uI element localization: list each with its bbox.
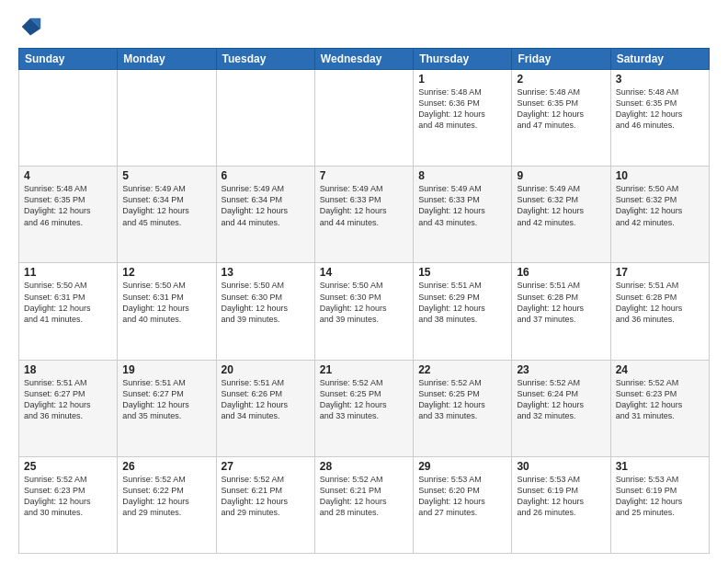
calendar-table: SundayMondayTuesdayWednesdayThursdayFrid…: [18, 48, 710, 554]
day-cell-12: 12Sunrise: 5:50 AM Sunset: 6:31 PM Dayli…: [118, 263, 216, 360]
day-info: Sunrise: 5:48 AM Sunset: 6:35 PM Dayligh…: [24, 183, 112, 228]
day-info: Sunrise: 5:52 AM Sunset: 6:21 PM Dayligh…: [222, 474, 310, 519]
day-info: Sunrise: 5:52 AM Sunset: 6:21 PM Dayligh…: [320, 474, 408, 519]
day-number: 13: [222, 266, 310, 279]
day-cell-8: 8Sunrise: 5:49 AM Sunset: 6:33 PM Daylig…: [414, 167, 512, 263]
day-cell-26: 26Sunrise: 5:52 AM Sunset: 6:22 PM Dayli…: [118, 456, 216, 553]
day-number: 15: [418, 266, 506, 279]
day-number: 1: [418, 73, 506, 86]
weekday-header-tuesday: Tuesday: [216, 49, 314, 70]
day-number: 26: [122, 460, 210, 473]
day-number: 23: [517, 363, 605, 376]
day-cell-29: 29Sunrise: 5:53 AM Sunset: 6:20 PM Dayli…: [414, 456, 512, 553]
day-cell-15: 15Sunrise: 5:51 AM Sunset: 6:29 PM Dayli…: [414, 263, 512, 360]
day-cell-23: 23Sunrise: 5:52 AM Sunset: 6:24 PM Dayli…: [512, 360, 610, 456]
day-cell-24: 24Sunrise: 5:52 AM Sunset: 6:23 PM Dayli…: [610, 360, 709, 456]
day-info: Sunrise: 5:51 AM Sunset: 6:28 PM Dayligh…: [616, 280, 704, 325]
week-row-2: 4Sunrise: 5:48 AM Sunset: 6:35 PM Daylig…: [19, 167, 710, 263]
day-number: 19: [122, 363, 210, 376]
day-cell-25: 25Sunrise: 5:52 AM Sunset: 6:23 PM Dayli…: [19, 456, 118, 553]
day-number: 10: [616, 169, 704, 182]
empty-cell: [216, 70, 314, 167]
day-info: Sunrise: 5:50 AM Sunset: 6:30 PM Dayligh…: [320, 280, 408, 325]
day-cell-28: 28Sunrise: 5:52 AM Sunset: 6:21 PM Dayli…: [314, 456, 413, 553]
day-info: Sunrise: 5:49 AM Sunset: 6:34 PM Dayligh…: [122, 183, 210, 228]
day-number: 31: [616, 460, 704, 473]
day-number: 14: [320, 266, 408, 279]
day-info: Sunrise: 5:53 AM Sunset: 6:19 PM Dayligh…: [517, 474, 605, 519]
day-cell-17: 17Sunrise: 5:51 AM Sunset: 6:28 PM Dayli…: [610, 263, 709, 360]
day-number: 17: [616, 266, 704, 279]
weekday-header-saturday: Saturday: [610, 49, 709, 70]
day-info: Sunrise: 5:49 AM Sunset: 6:33 PM Dayligh…: [320, 183, 408, 228]
day-cell-9: 9Sunrise: 5:49 AM Sunset: 6:32 PM Daylig…: [512, 167, 610, 263]
day-info: Sunrise: 5:49 AM Sunset: 6:34 PM Dayligh…: [222, 183, 310, 228]
week-row-4: 18Sunrise: 5:51 AM Sunset: 6:27 PM Dayli…: [19, 360, 710, 456]
day-info: Sunrise: 5:51 AM Sunset: 6:27 PM Dayligh…: [24, 377, 112, 422]
logo-icon: [18, 15, 44, 40]
day-number: 28: [320, 460, 408, 473]
day-cell-10: 10Sunrise: 5:50 AM Sunset: 6:32 PM Dayli…: [610, 167, 709, 263]
weekday-header-monday: Monday: [118, 49, 216, 70]
day-info: Sunrise: 5:52 AM Sunset: 6:23 PM Dayligh…: [24, 474, 112, 519]
weekday-header-sunday: Sunday: [19, 49, 118, 70]
day-info: Sunrise: 5:50 AM Sunset: 6:32 PM Dayligh…: [616, 183, 704, 228]
day-cell-14: 14Sunrise: 5:50 AM Sunset: 6:30 PM Dayli…: [314, 263, 413, 360]
day-cell-2: 2Sunrise: 5:48 AM Sunset: 6:35 PM Daylig…: [512, 70, 610, 167]
day-cell-19: 19Sunrise: 5:51 AM Sunset: 6:27 PM Dayli…: [118, 360, 216, 456]
day-cell-13: 13Sunrise: 5:50 AM Sunset: 6:30 PM Dayli…: [216, 263, 314, 360]
weekday-header-thursday: Thursday: [414, 49, 512, 70]
day-number: 6: [222, 169, 310, 182]
day-info: Sunrise: 5:52 AM Sunset: 6:25 PM Dayligh…: [418, 377, 506, 422]
day-number: 16: [517, 266, 605, 279]
day-cell-5: 5Sunrise: 5:49 AM Sunset: 6:34 PM Daylig…: [118, 167, 216, 263]
day-info: Sunrise: 5:52 AM Sunset: 6:25 PM Dayligh…: [320, 377, 408, 422]
day-info: Sunrise: 5:53 AM Sunset: 6:19 PM Dayligh…: [616, 474, 704, 519]
day-info: Sunrise: 5:51 AM Sunset: 6:28 PM Dayligh…: [517, 280, 605, 325]
day-number: 8: [418, 169, 506, 182]
empty-cell: [19, 70, 118, 167]
day-info: Sunrise: 5:48 AM Sunset: 6:35 PM Dayligh…: [616, 86, 704, 132]
day-info: Sunrise: 5:53 AM Sunset: 6:20 PM Dayligh…: [418, 474, 506, 519]
day-number: 9: [517, 169, 605, 182]
weekday-header-friday: Friday: [512, 49, 610, 70]
day-info: Sunrise: 5:51 AM Sunset: 6:29 PM Dayligh…: [418, 280, 506, 325]
day-info: Sunrise: 5:51 AM Sunset: 6:27 PM Dayligh…: [122, 377, 210, 422]
day-cell-1: 1Sunrise: 5:48 AM Sunset: 6:36 PM Daylig…: [414, 70, 512, 167]
day-number: 27: [222, 460, 310, 473]
day-cell-18: 18Sunrise: 5:51 AM Sunset: 6:27 PM Dayli…: [19, 360, 118, 456]
calendar-page: SundayMondayTuesdayWednesdayThursdayFrid…: [0, 0, 728, 563]
day-cell-4: 4Sunrise: 5:48 AM Sunset: 6:35 PM Daylig…: [19, 167, 118, 263]
day-number: 25: [24, 460, 112, 473]
header: [18, 15, 710, 40]
day-number: 29: [418, 460, 506, 473]
day-number: 11: [24, 266, 112, 279]
day-cell-3: 3Sunrise: 5:48 AM Sunset: 6:35 PM Daylig…: [610, 70, 709, 167]
day-cell-6: 6Sunrise: 5:49 AM Sunset: 6:34 PM Daylig…: [216, 167, 314, 263]
day-number: 20: [222, 363, 310, 376]
day-number: 24: [616, 363, 704, 376]
day-number: 18: [24, 363, 112, 376]
day-cell-30: 30Sunrise: 5:53 AM Sunset: 6:19 PM Dayli…: [512, 456, 610, 553]
day-info: Sunrise: 5:52 AM Sunset: 6:23 PM Dayligh…: [616, 377, 704, 422]
day-info: Sunrise: 5:48 AM Sunset: 6:35 PM Dayligh…: [517, 86, 605, 132]
day-info: Sunrise: 5:48 AM Sunset: 6:36 PM Dayligh…: [418, 86, 506, 132]
weekday-header-wednesday: Wednesday: [314, 49, 413, 70]
day-cell-7: 7Sunrise: 5:49 AM Sunset: 6:33 PM Daylig…: [314, 167, 413, 263]
week-row-5: 25Sunrise: 5:52 AM Sunset: 6:23 PM Dayli…: [19, 456, 710, 553]
day-number: 12: [122, 266, 210, 279]
day-info: Sunrise: 5:49 AM Sunset: 6:33 PM Dayligh…: [418, 183, 506, 228]
day-cell-22: 22Sunrise: 5:52 AM Sunset: 6:25 PM Dayli…: [414, 360, 512, 456]
day-cell-21: 21Sunrise: 5:52 AM Sunset: 6:25 PM Dayli…: [314, 360, 413, 456]
day-info: Sunrise: 5:51 AM Sunset: 6:26 PM Dayligh…: [222, 377, 310, 422]
empty-cell: [314, 70, 413, 167]
day-number: 2: [517, 73, 605, 86]
day-cell-11: 11Sunrise: 5:50 AM Sunset: 6:31 PM Dayli…: [19, 263, 118, 360]
day-number: 7: [320, 169, 408, 182]
day-number: 30: [517, 460, 605, 473]
empty-cell: [118, 70, 216, 167]
logo: [18, 15, 48, 40]
day-cell-31: 31Sunrise: 5:53 AM Sunset: 6:19 PM Dayli…: [610, 456, 709, 553]
week-row-1: 1Sunrise: 5:48 AM Sunset: 6:36 PM Daylig…: [19, 70, 710, 167]
day-info: Sunrise: 5:50 AM Sunset: 6:31 PM Dayligh…: [122, 280, 210, 325]
